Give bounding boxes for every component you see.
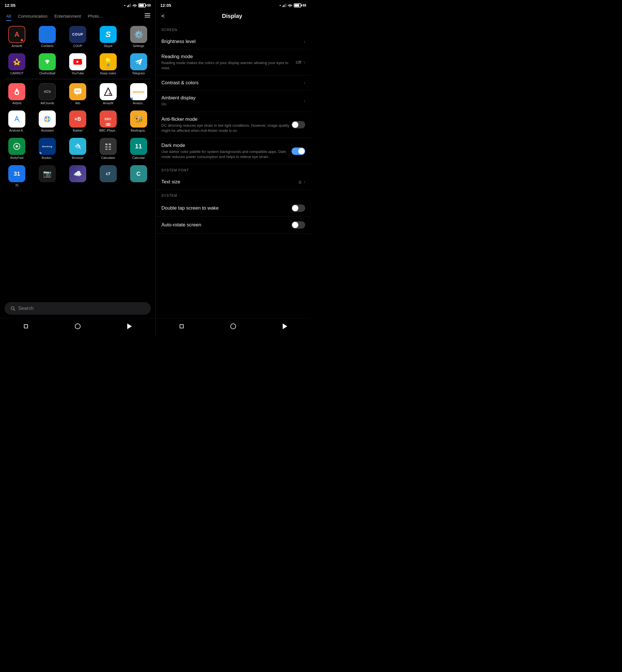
app-airbnb[interactable]: Airbnb: [2, 81, 32, 106]
app-calendar[interactable]: 11 Calendar: [124, 136, 153, 161]
svg-rect-36: [109, 146, 111, 147]
svg-point-8: [16, 61, 18, 63]
recents-nav-btn[interactable]: [125, 321, 135, 331]
back-nav-btn[interactable]: [21, 321, 31, 331]
settings-autorotate[interactable]: Auto-rotate screen: [156, 217, 311, 234]
app-misc[interactable]: C: [124, 163, 153, 189]
app-keepnotes[interactable]: 💡 Keep notes: [93, 52, 123, 77]
app-label: Settings: [133, 44, 144, 47]
darkmode-toggle[interactable]: [291, 147, 305, 155]
app-label: Babbel: [73, 129, 82, 132]
svg-point-22: [47, 117, 49, 119]
app-label: Onefootball: [39, 71, 55, 75]
app-skype[interactable]: S Skype: [93, 24, 123, 49]
svg-rect-33: [105, 143, 108, 145]
app-carrot[interactable]: CARROT: [2, 52, 32, 77]
settings-antiflicker[interactable]: Anti-flicker mode DC dimming reduces eye…: [156, 112, 311, 138]
app-label: BodyFast: [10, 156, 23, 160]
app-androidauto[interactable]: Android A..: [2, 109, 32, 134]
svg-rect-46: [285, 3, 286, 7]
back-nav-btn-r[interactable]: [176, 321, 187, 331]
doubletap-toggle[interactable]: [291, 204, 305, 212]
app-label: CARROT: [10, 71, 23, 75]
svg-rect-6: [145, 17, 150, 18]
app-bodyfast[interactable]: BodyFast: [2, 136, 32, 161]
svg-point-17: [78, 91, 80, 92]
app-allchords[interactable]: ACh AllChords: [33, 81, 62, 106]
app-browser[interactable]: Browser: [63, 136, 93, 161]
section-header-screen: SCREEN: [156, 24, 311, 34]
app-c7[interactable]: c7: [93, 163, 123, 189]
app-booking[interactable]: Booking Bookin..: [33, 136, 62, 161]
app-settings[interactable]: ⚙️ Settings: [124, 24, 153, 49]
wifi-icon-r: [288, 4, 292, 7]
app-beelinguapp[interactable]: 🐝 Beelinguа..: [124, 109, 153, 134]
settings-doubletap[interactable]: Double tap screen to wake: [156, 200, 311, 217]
settings-brightness[interactable]: Brightness level ›: [156, 34, 311, 49]
app-label: Amazfit: [103, 101, 113, 105]
tab-entertainment[interactable]: Entertainment: [51, 11, 84, 21]
svg-marker-42: [127, 324, 132, 329]
tab-photos[interactable]: Photo...: [84, 11, 106, 21]
chevron-icon: ›: [304, 80, 305, 86]
app-label: YouTube: [71, 71, 84, 75]
status-bar-right: 12:05 • 88: [156, 0, 311, 9]
app-label: Android A..: [9, 129, 25, 132]
app-allo[interactable]: Allo: [63, 81, 93, 106]
svg-rect-37: [105, 148, 108, 150]
home-nav-btn-r[interactable]: [228, 321, 238, 331]
status-bar-left: 12:05 • 88: [0, 0, 156, 9]
tab-all[interactable]: All: [3, 11, 14, 21]
chevron-icon: ›: [304, 99, 305, 104]
svg-point-13: [16, 92, 18, 94]
app-contacts[interactable]: 👤 Contacts: [33, 24, 62, 49]
settings-darkmode[interactable]: Dark mode Use darker color palette for s…: [156, 138, 311, 164]
home-nav-btn[interactable]: [73, 321, 83, 331]
apps-grid-row1: A Amazfit 👤 Contacts COUP COUP S: [2, 24, 153, 49]
settings-textsize[interactable]: Text size S ›: [156, 174, 311, 190]
app-onefootball[interactable]: Onefootball: [33, 52, 62, 77]
app-camera[interactable]: 📷: [33, 163, 62, 189]
search-bar[interactable]: Search: [5, 302, 151, 315]
signal-icon-r: [282, 3, 286, 7]
app-label: BBC iPlaye..: [99, 129, 117, 132]
settings-contrast[interactable]: Contrast & colors ›: [156, 75, 311, 91]
menu-icon[interactable]: [142, 11, 152, 21]
bluetooth-icon: •: [124, 3, 126, 7]
chevron-icon: ›: [304, 60, 305, 65]
tab-communication[interactable]: Communication: [14, 11, 51, 21]
app-assistant[interactable]: Assistant: [33, 109, 62, 134]
recents-nav-btn-r[interactable]: [280, 321, 290, 331]
app-babbel[interactable]: +B Babbel: [63, 109, 93, 134]
svg-point-41: [75, 324, 80, 329]
search-icon: [10, 306, 15, 311]
app-telegram[interactable]: Telegram: [124, 52, 153, 77]
app-label: Airbnb: [12, 101, 22, 105]
autorotate-toggle[interactable]: [291, 221, 305, 229]
app-label: AllChords: [40, 101, 54, 105]
settings-ambient[interactable]: Ambient display On ›: [156, 91, 311, 112]
app-amazfit2[interactable]: Amazfit: [93, 81, 123, 106]
antiflicker-toggle[interactable]: [291, 121, 305, 128]
bluetooth-icon-r: •: [280, 3, 281, 7]
app-calendar2[interactable]: 31 31: [2, 163, 32, 189]
section-divider: [5, 79, 150, 79]
app-youtube[interactable]: YouTube: [63, 52, 93, 77]
app-bbciplayer[interactable]: BBC BBC iPlaye..: [93, 109, 123, 134]
app-label: COUP: [73, 44, 82, 47]
app-label: Bookin..: [41, 156, 53, 160]
back-button[interactable]: <: [160, 12, 166, 21]
app-amazon[interactable]: amazon Amazo..: [124, 81, 153, 106]
app-cloud[interactable]: ☁️: [63, 163, 93, 189]
app-amazfit[interactable]: A Amazfit: [2, 24, 32, 49]
app-label: Contacts: [41, 44, 53, 47]
app-coup[interactable]: COUP COUP: [63, 24, 93, 49]
svg-rect-0: [127, 6, 128, 7]
svg-rect-34: [109, 143, 111, 145]
battery-level-r: 88: [303, 3, 306, 7]
chevron-icon: ›: [304, 39, 305, 44]
svg-rect-38: [109, 148, 111, 150]
bottom-nav-right: [156, 318, 311, 336]
settings-reading-mode[interactable]: Reading mode Reading mode makes the colo…: [156, 49, 311, 75]
app-calculator[interactable]: Calculator: [93, 136, 123, 161]
